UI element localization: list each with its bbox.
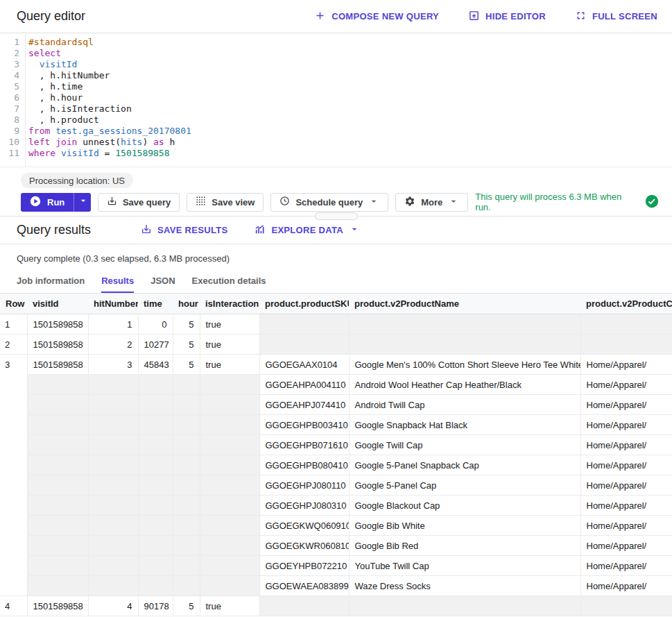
sql-editor[interactable]: 1234567891011 #standardsqlselect visitId… (0, 33, 672, 167)
code-line: select (28, 48, 672, 59)
table-subrow: GGOEAHPA004110Android Wool Heather Cap H… (0, 375, 672, 395)
cell-product-name: Google Bib White (349, 516, 580, 536)
cell-isinteraction (200, 576, 259, 596)
cell-time (138, 455, 173, 475)
cell-product-category (580, 596, 672, 616)
tab-json[interactable]: JSON (142, 270, 183, 293)
run-options-dropdown[interactable] (74, 193, 91, 212)
cell-product-category (580, 314, 672, 335)
cell-product-sku: GGOEWAEA083899 (259, 576, 349, 596)
cell-isinteraction (200, 496, 259, 516)
cell-isinteraction: true (200, 596, 259, 616)
save-view-button[interactable]: Save view (187, 193, 264, 212)
cell-product-sku: GGOEGKWR060810 (259, 536, 349, 556)
cell-product-category: Home/Apparel/ (580, 435, 672, 455)
cell-product-name: Google Twill Cap (349, 435, 580, 455)
pane-splitter (0, 216, 672, 217)
cell-product-name: Android Twill Cap (349, 395, 580, 415)
run-button[interactable]: Run (21, 193, 91, 212)
caret-down-icon (78, 195, 89, 209)
cell-hitnumber (88, 395, 138, 415)
cell-time: 0 (138, 314, 173, 335)
cell-hour: 5 (173, 596, 200, 616)
more-button[interactable]: More (395, 193, 468, 212)
table-subrow: GGOEYHPB072210YouTube Twill CapHome/Appa… (0, 556, 672, 576)
column-header: hitNumber (88, 294, 138, 314)
table-subrow: GGOEAHPJ074410Android Twill CapHome/Appa… (0, 395, 672, 415)
cell-visitid: 1501589858 (27, 596, 88, 616)
cell-time (138, 415, 173, 435)
cell-visitid (27, 395, 88, 415)
cell-time (138, 475, 173, 496)
cell-product-category: Home/Apparel/ (580, 455, 672, 475)
cell-hitnumber (88, 475, 138, 496)
cell-product-name: Google Men's 100% Cotton Short Sleeve He… (349, 355, 580, 375)
code-line: from test.ga_sessions_20170801 (28, 126, 672, 137)
grid-dots-icon (196, 196, 206, 208)
cell-hour: 5 (173, 355, 200, 375)
cell-hitnumber (88, 435, 138, 455)
cell-time: 90178 (138, 596, 173, 616)
cell-visitid: 1501589858 (27, 355, 88, 375)
table-header-row: RowvisitIdhitNumbertimehourisInteraction… (0, 294, 672, 314)
cell-row-number: 3 (0, 355, 27, 596)
caret-down-icon (349, 223, 360, 237)
table-row: 215015898582102775true (0, 335, 672, 355)
code-line: , h.isInteraction (28, 103, 672, 115)
chart-icon (254, 223, 266, 237)
table-subrow: GGOEGHPJ080110Google 5-Panel CapHome/App… (0, 475, 672, 496)
table-row: 11501589858105true (0, 314, 672, 335)
toolbar-buttons: Run Save query Save view Schedule query (21, 192, 672, 212)
cell-product-name: Waze Dress Socks (349, 576, 580, 596)
cell-product-sku (259, 596, 349, 616)
cell-isinteraction: true (200, 355, 259, 375)
cell-time (138, 395, 173, 415)
cell-time (138, 516, 173, 536)
tab-execution-details[interactable]: Execution details (184, 270, 275, 293)
code-line: , h.hour (28, 92, 672, 103)
download-icon (141, 223, 152, 237)
compose-new-query-button[interactable]: COMPOSE NEW QUERY (314, 10, 439, 24)
cell-product-name: Google Bib Red (349, 536, 580, 556)
cell-product-sku (259, 314, 349, 335)
save-query-button[interactable]: Save query (98, 193, 180, 212)
cell-isinteraction (200, 556, 259, 576)
tab-job-information[interactable]: Job information (8, 270, 93, 293)
editor-gutter: 1234567891011 (0, 33, 26, 167)
table-subrow: GGOEGHPB003410Google Snapback Hat BlackH… (0, 415, 672, 435)
cell-time: 45843 (138, 355, 173, 375)
line-number: 10 (0, 137, 19, 148)
splitter-drag-handle[interactable] (315, 212, 358, 220)
plus-icon (314, 10, 326, 24)
line-number: 8 (0, 115, 19, 126)
schedule-query-button[interactable]: Schedule query (270, 193, 388, 212)
cell-product-sku: GGOEGHPB003410 (259, 415, 349, 435)
cell-hour (173, 536, 200, 556)
processing-location-chip: Processing location: US (21, 173, 133, 188)
results-table: RowvisitIdhitNumbertimehourisInteraction… (0, 293, 672, 616)
cell-product-sku: GGOEGHPB080410 (259, 455, 349, 475)
cell-hour (173, 496, 200, 516)
line-number: 11 (0, 148, 19, 159)
cell-hour (173, 475, 200, 496)
tab-results[interactable]: Results (93, 270, 142, 293)
full-screen-button[interactable]: FULL SCREEN (575, 10, 657, 24)
cell-isinteraction: true (200, 314, 259, 335)
hide-editor-button[interactable]: HIDE EDITOR (468, 10, 546, 24)
explore-data-button[interactable]: EXPLORE DATA (254, 223, 360, 237)
cell-visitid (27, 435, 88, 455)
cell-product-sku: GGOEAHPA004110 (259, 375, 349, 395)
caret-down-icon (448, 196, 459, 209)
cell-hour (173, 435, 200, 455)
query-results-header: Query results SAVE RESULTS EXPLORE DATA (0, 217, 672, 244)
line-number: 7 (0, 103, 19, 115)
header-actions: COMPOSE NEW QUERY HIDE EDITOR FULL SCREE… (314, 10, 657, 24)
code-line: visitId (28, 59, 672, 70)
line-number: 9 (0, 126, 19, 137)
save-results-button[interactable]: SAVE RESULTS (141, 223, 227, 237)
play-circle-icon (30, 196, 41, 209)
cell-time (138, 556, 173, 576)
cell-hitnumber (88, 556, 138, 576)
editor-code[interactable]: #standardsqlselect visitId , h.hitNumber… (26, 33, 672, 167)
cell-product-sku: GGOEGAAX0104 (259, 355, 349, 375)
